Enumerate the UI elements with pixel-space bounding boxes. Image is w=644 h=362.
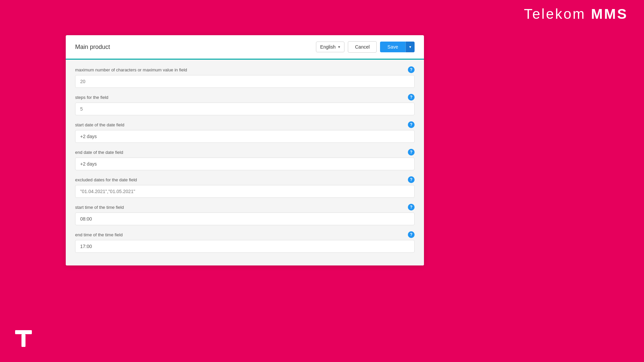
card-body: maximum number of characters or maximum …	[66, 60, 424, 265]
main-card: Main product English ▾ Cancel Save ▾ max…	[66, 35, 424, 265]
input-excluded-dates[interactable]	[75, 185, 415, 198]
label-max-chars: maximum number of characters or maximum …	[75, 67, 187, 72]
info-icon-end-time[interactable]: ?	[408, 231, 415, 238]
info-icon-excluded-dates[interactable]: ?	[408, 176, 415, 183]
form-label-row-start-time: start time of the time field ?	[75, 204, 415, 210]
page-title: Main product	[75, 44, 110, 51]
form-group-max-chars: maximum number of characters or maximum …	[75, 66, 415, 88]
label-end-date: end date of the date field	[75, 150, 123, 155]
form-label-row-end-date: end date of the date field ?	[75, 149, 415, 156]
info-icon-steps[interactable]: ?	[408, 94, 415, 101]
header-actions: English ▾ Cancel Save ▾	[316, 41, 415, 53]
form-group-end-time: end time of the time field ?	[75, 231, 415, 253]
label-steps: steps for the field	[75, 95, 108, 100]
input-max-chars[interactable]	[75, 75, 415, 88]
svg-rect-1	[15, 330, 32, 334]
input-start-date[interactable]	[75, 130, 415, 143]
label-excluded-dates: excluded dates for the date field	[75, 177, 137, 182]
save-button-group: Save ▾	[380, 42, 415, 52]
input-steps[interactable]	[75, 103, 415, 115]
form-group-start-date: start date of the date field ?	[75, 121, 415, 143]
top-bar: Telekom MMS	[508, 0, 644, 28]
form-group-steps: steps for the field ?	[75, 94, 415, 115]
form-group-excluded-dates: excluded dates for the date field ?	[75, 176, 415, 198]
form-group-end-date: end date of the date field ?	[75, 149, 415, 170]
form-label-row-steps: steps for the field ?	[75, 94, 415, 101]
svg-rect-2	[21, 334, 25, 347]
chevron-down-icon: ▾	[409, 45, 411, 49]
cancel-button[interactable]: Cancel	[348, 41, 377, 53]
logo-light: Telekom	[524, 6, 591, 22]
label-start-time: start time of the time field	[75, 205, 124, 210]
form-label-row-excluded-dates: excluded dates for the date field ?	[75, 176, 415, 183]
input-start-time[interactable]	[75, 213, 415, 225]
info-icon-max-chars[interactable]: ?	[408, 66, 415, 73]
telekom-t-icon	[13, 328, 34, 349]
save-dropdown-button[interactable]: ▾	[406, 42, 415, 52]
input-end-date[interactable]	[75, 158, 415, 170]
form-label-row-end-time: end time of the time field ?	[75, 231, 415, 238]
card-header: Main product English ▾ Cancel Save ▾	[66, 35, 424, 60]
chevron-down-icon: ▾	[338, 45, 340, 49]
logo-bold: MMS	[591, 6, 628, 22]
language-label: English	[320, 44, 336, 50]
save-button[interactable]: Save	[380, 42, 406, 52]
form-label-row-max-chars: maximum number of characters or maximum …	[75, 66, 415, 73]
form-group-start-time: start time of the time field ?	[75, 204, 415, 225]
label-start-date: start date of the date field	[75, 122, 124, 127]
label-end-time: end time of the time field	[75, 232, 123, 237]
language-selector[interactable]: English ▾	[316, 42, 345, 52]
brand-logo: Telekom MMS	[524, 6, 628, 22]
form-label-row-start-date: start date of the date field ?	[75, 121, 415, 128]
info-icon-end-date[interactable]: ?	[408, 149, 415, 156]
info-icon-start-time[interactable]: ?	[408, 204, 415, 210]
info-icon-start-date[interactable]: ?	[408, 121, 415, 128]
input-end-time[interactable]	[75, 240, 415, 253]
